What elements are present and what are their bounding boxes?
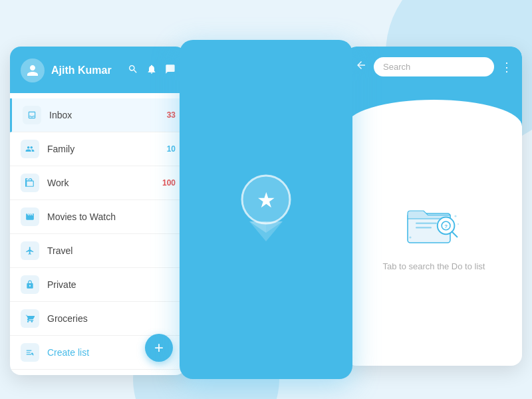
nav-item-badge-inbox: 33 bbox=[167, 110, 176, 120]
nav-item-groceries[interactable]: Groceries bbox=[10, 302, 186, 336]
nav-list: Inbox 33 Family 10 Work 100 bbox=[10, 93, 186, 375]
svg-marker-4 bbox=[249, 221, 283, 241]
svg-rect-6 bbox=[416, 222, 437, 223]
right-panel: Search ⋮ ? bbox=[346, 47, 522, 366]
nav-item-private[interactable]: Private bbox=[10, 268, 186, 302]
nav-item-label-private: Private bbox=[47, 279, 176, 290]
nav-item-badge-work: 100 bbox=[162, 178, 176, 188]
nav-item-label-groceries: Groceries bbox=[47, 313, 176, 324]
nav-item-inbox[interactable]: Inbox 33 bbox=[10, 98, 186, 132]
nav-item-movies[interactable]: Movies to Watch bbox=[10, 200, 186, 234]
left-panel: Ajith Kumar Inbox 33 bbox=[10, 47, 186, 375]
nav-item-label-family: Family bbox=[47, 144, 167, 154]
lock-icon bbox=[21, 275, 39, 294]
panels-container: Ajith Kumar Inbox 33 bbox=[0, 0, 532, 379]
bell-icon[interactable] bbox=[146, 64, 157, 77]
svg-point-12 bbox=[409, 236, 411, 238]
header-user: Ajith Kumar bbox=[21, 59, 112, 82]
nav-item-work[interactable]: Work 100 bbox=[10, 166, 186, 200]
groceries-icon bbox=[21, 309, 39, 328]
search-bar[interactable]: Search bbox=[374, 57, 494, 76]
more-icon[interactable]: ⋮ bbox=[501, 60, 513, 74]
user-name: Ajith Kumar bbox=[51, 65, 112, 76]
left-panel-header: Ajith Kumar bbox=[10, 47, 186, 93]
nav-item-family[interactable]: Family 10 bbox=[10, 132, 186, 166]
message-icon[interactable] bbox=[165, 64, 176, 77]
ribbon-svg: ★ bbox=[236, 170, 296, 249]
svg-text:★: ★ bbox=[257, 188, 276, 212]
ribbon-icon: ★ bbox=[236, 170, 296, 249]
empty-search-illustration: ? bbox=[401, 195, 467, 248]
right-panel-wave bbox=[346, 86, 522, 140]
svg-text:?: ? bbox=[444, 223, 448, 229]
movie-icon bbox=[21, 207, 39, 226]
travel-icon bbox=[21, 241, 39, 260]
fab-button[interactable]: + bbox=[145, 334, 173, 362]
right-panel-body: ? Tab to search the Do to list bbox=[346, 140, 522, 326]
nav-item-label-travel: Travel bbox=[47, 245, 176, 256]
nav-item-label-work: Work bbox=[47, 178, 162, 188]
inbox-icon bbox=[23, 106, 41, 124]
header-icons bbox=[128, 64, 176, 77]
nav-item-label-movies: Movies to Watch bbox=[47, 211, 176, 222]
svg-line-10 bbox=[452, 231, 457, 237]
svg-rect-7 bbox=[416, 227, 432, 228]
svg-point-13 bbox=[454, 215, 456, 217]
nav-item-badge-family: 10 bbox=[167, 144, 176, 154]
svg-point-14 bbox=[457, 223, 458, 224]
family-icon bbox=[21, 140, 39, 158]
search-placeholder: Search bbox=[383, 62, 410, 72]
nav-item-travel[interactable]: Travel bbox=[10, 234, 186, 268]
middle-panel: ★ bbox=[180, 40, 352, 379]
search-icon[interactable] bbox=[128, 64, 138, 77]
work-icon bbox=[21, 174, 39, 192]
avatar bbox=[21, 59, 45, 82]
back-button[interactable] bbox=[355, 59, 367, 74]
nav-item-label-inbox: Inbox bbox=[49, 110, 167, 120]
create-list-icon bbox=[21, 343, 39, 362]
right-panel-header: Search ⋮ bbox=[346, 47, 522, 87]
empty-search-text: Tab to search the Do to list bbox=[383, 261, 485, 271]
